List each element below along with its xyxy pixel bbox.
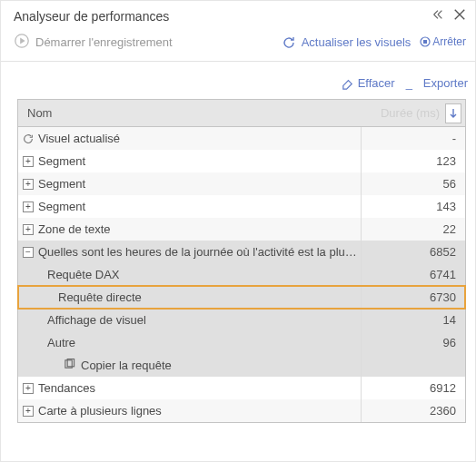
- toolbar-secondary: Effacer _ Exporter: [1, 67, 475, 99]
- row-label: Segment: [38, 177, 361, 191]
- export-button[interactable]: Exporter: [423, 76, 468, 90]
- record-icon[interactable]: [14, 33, 30, 52]
- svg-rect-3: [423, 40, 427, 44]
- refresh-icon: [18, 133, 38, 145]
- expand-icon[interactable]: +: [23, 179, 34, 190]
- column-header-duration[interactable]: Durée (ms): [381, 103, 465, 123]
- row-value: 14: [361, 309, 465, 331]
- table-row-child[interactable]: Affichage de visuel 14: [18, 309, 465, 331]
- divider: [1, 61, 475, 62]
- stop-button[interactable]: Arrêter: [420, 35, 466, 50]
- expand-icon[interactable]: +: [23, 202, 34, 212]
- stop-label: Arrêter: [432, 35, 466, 48]
- pane-title: Analyseur de performances: [14, 9, 169, 24]
- expand-icon[interactable]: +: [23, 406, 34, 417]
- close-icon[interactable]: [453, 8, 466, 24]
- export-label: Exporter: [423, 76, 468, 90]
- row-label: Quelles sont les heures de la journée où…: [38, 245, 361, 259]
- grid-header: Nom Durée (ms): [18, 100, 465, 127]
- table-row[interactable]: + Segment 143: [18, 195, 465, 218]
- row-value: 143: [361, 195, 465, 218]
- table-row[interactable]: + Segment 123: [18, 150, 465, 172]
- clear-button[interactable]: Effacer: [341, 76, 395, 90]
- expand-icon[interactable]: +: [23, 156, 34, 167]
- copy-icon: [64, 359, 75, 373]
- table-row[interactable]: + Carte à plusieurs lignes 2360: [18, 399, 465, 422]
- row-value: 123: [361, 150, 465, 172]
- row-label: Visuel actualisé: [38, 132, 361, 145]
- table-row-expanded[interactable]: − Quelles sont les heures de la journée …: [18, 241, 465, 263]
- row-label: Affichage de visuel: [38, 313, 361, 327]
- table-row-child[interactable]: Autre 96: [18, 331, 465, 354]
- row-value: 6912: [361, 377, 465, 399]
- row-value: 22: [361, 218, 465, 241]
- svg-marker-1: [20, 37, 25, 44]
- refresh-visuals-label: Actualiser les visuels: [302, 35, 412, 49]
- row-label: Carte à plusieurs lignes: [38, 404, 361, 418]
- row-label: Autre: [38, 336, 361, 349]
- copy-query-label: Copier la requête: [81, 359, 172, 372]
- row-value: 6852: [361, 241, 465, 263]
- row-label: Segment: [38, 200, 361, 213]
- row-label: Segment: [38, 154, 361, 168]
- toolbar-primary: Démarrer l'enregistrement Actualiser les…: [1, 29, 475, 61]
- row-label: Tendances: [38, 381, 361, 395]
- row-value: [361, 354, 465, 377]
- row-value: 56: [361, 172, 465, 195]
- row-label: Zone de texte: [38, 222, 361, 236]
- row-value: 6730: [361, 286, 465, 309]
- row-value: 96: [361, 331, 465, 354]
- row-value: 6741: [361, 263, 465, 286]
- row-label: Requête directe: [38, 290, 361, 304]
- table-row-child[interactable]: Requête DAX 6741: [18, 263, 465, 286]
- table-row[interactable]: + Segment 56: [18, 172, 465, 195]
- row-value: -: [361, 127, 465, 150]
- table-row-copy-query[interactable]: Copier la requête: [18, 354, 465, 377]
- clear-label: Effacer: [358, 76, 395, 90]
- sort-descending-icon[interactable]: [445, 103, 461, 123]
- refresh-visuals-button[interactable]: Actualiser les visuels: [282, 35, 412, 50]
- column-header-name[interactable]: Nom: [18, 106, 381, 120]
- start-recording-button[interactable]: Démarrer l'enregistrement: [35, 35, 173, 49]
- table-row[interactable]: + Tendances 6912: [18, 377, 465, 399]
- collapse-icon[interactable]: −: [23, 247, 34, 258]
- table-row-direct-query[interactable]: Requête directe 6730: [18, 286, 465, 309]
- results-grid: Nom Durée (ms) Visuel actualisé - + Segm…: [17, 99, 466, 423]
- pop-out-icon[interactable]: [431, 8, 444, 24]
- row-label: Requête DAX: [38, 268, 361, 281]
- pane-header: Analyseur de performances: [1, 1, 475, 29]
- column-header-duration-label: Durée (ms): [381, 106, 440, 120]
- table-row[interactable]: + Zone de texte 22: [18, 218, 465, 241]
- row-value: 2360: [361, 399, 465, 422]
- expand-icon[interactable]: +: [23, 224, 34, 235]
- expand-icon[interactable]: +: [23, 383, 34, 394]
- table-row[interactable]: Visuel actualisé -: [18, 127, 465, 150]
